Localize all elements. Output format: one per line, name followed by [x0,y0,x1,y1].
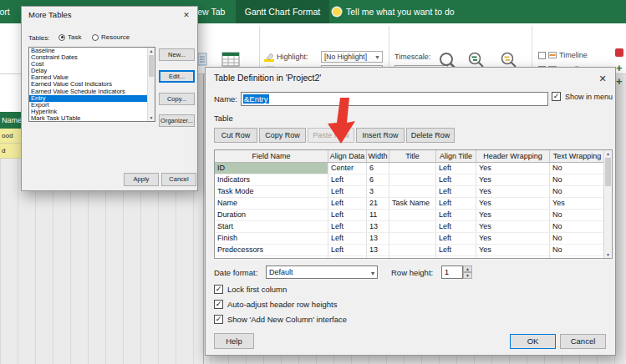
grid-cell[interactable]: 6 [367,174,389,185]
grid-cell[interactable]: Task Mode [215,186,328,197]
close-icon[interactable]: ✕ [176,7,197,23]
grid-cell[interactable]: Left [328,245,367,255]
show-add-new-column-checkbox[interactable]: ✓ Show 'Add New Column' interface [214,315,347,324]
grid-cell[interactable]: Left [436,245,476,255]
grid-cell[interactable]: Indicators [215,174,328,185]
grid-column-header[interactable]: Width [367,150,389,162]
resource-radio[interactable]: Resource [92,33,130,41]
add-icon[interactable]: + [616,63,623,73]
grid-column-header[interactable]: Align Title [436,150,476,162]
new-button[interactable]: New... [159,48,195,61]
pane-divider[interactable] [203,73,204,364]
task-cell[interactable]: d [0,144,23,159]
grid-cell[interactable]: Left [436,186,476,197]
grid-cell[interactable]: Left [436,221,476,232]
table-list-item[interactable]: Earned Value Schedule Indicators [29,88,155,95]
grid-cell[interactable]: Left [328,198,367,209]
grid-cell[interactable]: Start [215,221,328,232]
grid-column-header[interactable]: Field Name [215,150,328,162]
grid-cell[interactable]: Left [328,256,367,259]
close-icon[interactable]: ✕ [592,70,613,87]
table-list-item[interactable]: Delay [29,68,155,74]
task-radio[interactable]: Task [59,33,81,41]
help-button[interactable]: Help [214,333,254,349]
grid-cell[interactable]: Center [328,163,367,174]
grid-cell[interactable]: 21 [367,198,389,209]
grid-cell[interactable]: Finish [215,233,328,244]
grid-cell[interactable]: Yes [476,221,550,232]
cancel-button[interactable]: Cancel [560,334,606,349]
scroll-down-icon[interactable]: ▼ [604,251,612,258]
grid-cell[interactable]: Left [328,233,367,244]
grid-cell[interactable]: No [550,174,605,185]
grid-cell[interactable]: Left [328,174,367,185]
copy-row-button[interactable]: Copy Row [259,128,306,143]
grid-cell[interactable]: No [550,186,605,197]
grid-cell[interactable]: 13 [367,221,389,232]
grid-cell[interactable]: Duration [215,210,328,220]
show-in-menu-checkbox[interactable]: ✓ Show in menu [552,92,613,101]
grid-cell[interactable]: Yes [476,198,550,209]
cut-row-button[interactable]: Cut Row [214,128,257,143]
grid-cell[interactable]: Yes [550,198,605,209]
tell-me-box[interactable]: Tell me what you want to do [333,0,455,23]
grid-cell[interactable]: No [550,245,605,255]
grid-cell[interactable]: Task Name [389,198,436,209]
grid-cell[interactable]: No [550,163,605,174]
table-list-item[interactable]: Baseline [29,48,155,54]
grid-cell[interactable]: 17 [367,256,389,259]
grid-cell[interactable]: Name [215,198,328,209]
grid-cell[interactable]: 11 [367,210,389,220]
edit-button[interactable]: Edit... [159,70,195,83]
auto-adjust-header-checkbox[interactable]: ✓ Auto-adjust header row heights [214,300,338,309]
grid-cell[interactable]: Yes [476,186,550,197]
grid-cell[interactable]: 6 [367,163,389,174]
scroll-up-icon[interactable]: ▲ [604,150,612,157]
grid-cell[interactable]: Left [328,186,367,197]
grid-cell[interactable]: Yes [476,174,550,185]
grid-cell[interactable]: 13 [367,245,389,255]
timeline-checkbox[interactable]: Timeline [538,51,588,59]
grid-column-header[interactable]: Title [389,150,436,162]
spin-up-icon[interactable]: ▲ [463,265,472,272]
grid-cell[interactable]: Left [436,163,476,174]
grid-column-header[interactable]: Align Data [328,150,367,162]
grid-cell[interactable]: Left [328,221,367,232]
date-format-dropdown[interactable]: Default ▾ [266,265,378,279]
grid-cell[interactable]: Left [328,210,367,220]
grid-cell[interactable] [389,210,436,220]
apply-button[interactable]: Apply [124,173,159,186]
grid-column-header[interactable]: Text Wrapping [550,150,605,162]
cancel-button[interactable]: Cancel [161,173,196,186]
table-list-item[interactable]: Entry [29,95,155,102]
lock-first-column-checkbox[interactable]: ✓ Lock first column [214,285,287,294]
grid-cell[interactable]: No [550,256,605,259]
tab-gantt-chart-format[interactable]: Gantt Chart Format [236,0,329,23]
grid-cell[interactable]: No [550,221,605,232]
grid-cell[interactable] [389,245,436,255]
highlight-dropdown[interactable]: [No Highlight]▼ [321,51,383,63]
grid-cell[interactable]: Yes [476,163,550,174]
grid-cell[interactable]: Left [436,174,476,185]
delete-row-button[interactable]: Delete Row [406,128,455,143]
partial-red-icon[interactable] [615,48,623,57]
scroll-thumb[interactable] [605,158,611,186]
grid-cell[interactable]: 13 [367,233,389,244]
grid-cell[interactable] [389,186,436,197]
grid-cell[interactable]: Yes [476,210,550,220]
grid-cell[interactable]: Resource Names [215,256,328,259]
ok-button[interactable]: OK [510,334,556,349]
grid-cell[interactable]: ID [215,163,328,174]
insert-row-button[interactable]: Insert Row [356,128,405,143]
scroll-up-icon[interactable]: ▲ [148,48,155,54]
grid-cell[interactable]: No [550,233,605,244]
grid-cell[interactable]: Left [436,198,476,209]
table-list-item[interactable]: Constraint Dates [29,54,155,61]
copy-button[interactable]: Copy... [159,93,195,105]
grid-cell[interactable] [389,163,436,174]
grid-cell[interactable] [389,256,436,259]
add-icon[interactable]: + [616,77,623,87]
grid-cell[interactable] [389,174,436,185]
scroll-down-icon[interactable]: ▼ [148,114,155,121]
table-list-item[interactable]: Hyperlink [29,109,155,115]
